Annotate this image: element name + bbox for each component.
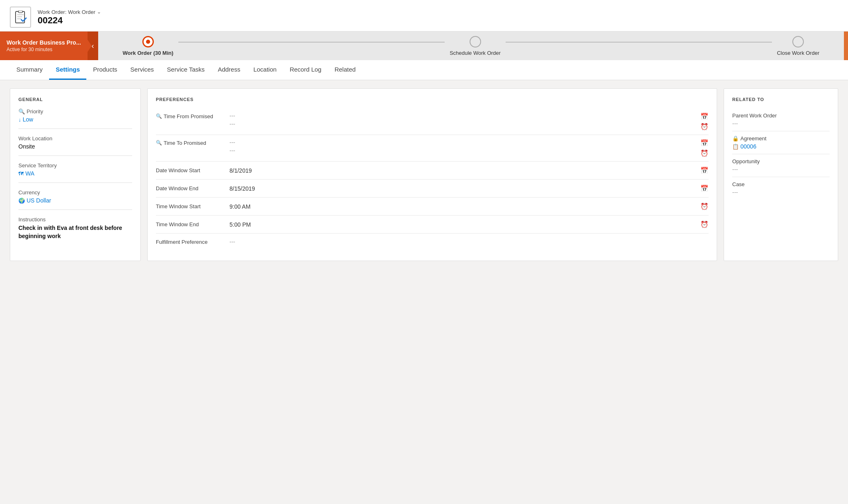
progress-steps-container: Work Order (30 Min) Schedule Work Order …: [98, 32, 844, 60]
search-icon-tfp: 🔍: [156, 113, 162, 119]
calendar-icon-dwe[interactable]: 📅: [700, 184, 709, 192]
priority-icon: 🔍: [18, 108, 25, 115]
map-icon: 🗺: [18, 171, 24, 177]
sort-down-icon: ↓: [18, 117, 21, 123]
date-window-end-row: Date Window End 8/15/2019 📅: [156, 180, 709, 198]
tab-settings[interactable]: Settings: [49, 60, 86, 80]
time-to-promised-date: ---: [229, 139, 697, 146]
priority-label: 🔍 Priority: [18, 108, 132, 115]
time-to-promised-row: 🔍 Time To Promised --- --- 📅 ⏰: [156, 135, 709, 162]
time-to-promised-time: ---: [229, 147, 697, 154]
date-window-end-value: 8/15/2019: [229, 185, 697, 192]
progress-bar: Work Order Business Pro... Active for 30…: [0, 32, 848, 60]
time-window-end-label: Time Window End: [156, 221, 229, 227]
currency-value[interactable]: 🌍 US Dollar: [18, 197, 132, 204]
calendar-icon-dws[interactable]: 📅: [700, 166, 709, 174]
agreement-field: 🔒 Agreement 📋 00006: [732, 131, 830, 154]
time-window-start-value: 9:00 AM: [229, 203, 697, 210]
svg-rect-1: [18, 11, 22, 13]
date-window-start-row: Date Window Start 8/1/2019 📅: [156, 162, 709, 180]
service-territory-value[interactable]: 🗺 WA: [18, 170, 132, 177]
progress-sidebar: Work Order Business Pro... Active for 30…: [0, 32, 88, 60]
preferences-panel: PREFERENCES 🔍 Time From Promised --- ---…: [147, 88, 717, 261]
date-window-end-label: Date Window End: [156, 185, 229, 191]
currency-icon: 🌍: [18, 198, 25, 204]
tab-address[interactable]: Address: [211, 60, 247, 80]
clock-icon-tfp[interactable]: ⏰: [700, 123, 709, 130]
tab-summary[interactable]: Summary: [10, 60, 49, 80]
progress-orange-bar: [844, 32, 848, 60]
time-from-promised-time: ---: [229, 121, 697, 127]
agreement-label: 🔒 Agreement: [732, 135, 830, 142]
progress-step-2[interactable]: Schedule Work Order: [450, 36, 501, 56]
calendar-icon-ttp[interactable]: 📅: [700, 139, 709, 147]
main-content: GENERAL 🔍 Priority ↓ Low Work Location O…: [0, 80, 848, 269]
opportunity-label: Opportunity: [732, 158, 830, 164]
opportunity-field: Opportunity ---: [732, 154, 830, 177]
priority-field: 🔍 Priority ↓ Low: [18, 108, 132, 129]
tab-products[interactable]: Products: [86, 60, 124, 80]
progress-sidebar-sub: Active for 30 minutes: [7, 47, 81, 52]
case-label: Case: [732, 181, 830, 187]
record-icon: [10, 7, 31, 28]
fulfillment-preference-row: Fulfillment Preference ---: [156, 234, 709, 250]
clock-icon-ttp[interactable]: ⏰: [700, 149, 709, 157]
time-window-start-row: Time Window Start 9:00 AM ⏰: [156, 198, 709, 216]
agreement-value[interactable]: 📋 00006: [732, 143, 830, 150]
currency-label: Currency: [18, 189, 132, 196]
nav-tabs: Summary Settings Products Services Servi…: [0, 60, 848, 80]
page-header: Work Order: Work Order ⌄ 00224: [0, 0, 848, 32]
time-window-end-row: Time Window End 5:00 PM ⏰: [156, 216, 709, 234]
progress-line-2: [506, 42, 772, 43]
service-territory-field: Service Territory 🗺 WA: [18, 162, 132, 183]
work-location-field: Work Location Onsite: [18, 135, 132, 156]
instructions-value: Check in with Eva at front desk before b…: [18, 224, 132, 240]
work-location-label: Work Location: [18, 135, 132, 142]
time-from-promised-values: --- ---: [229, 112, 697, 127]
progress-label-1: Work Order (30 Min): [123, 50, 173, 56]
tab-service-tasks[interactable]: Service Tasks: [160, 60, 211, 80]
tab-record-log[interactable]: Record Log: [283, 60, 328, 80]
document-icon: 📋: [732, 144, 739, 150]
time-to-promised-values: --- ---: [229, 139, 697, 154]
general-section-title: GENERAL: [18, 97, 132, 102]
parent-work-order-label: Parent Work Order: [732, 112, 830, 119]
time-from-promised-label: 🔍 Time From Promised: [156, 112, 229, 119]
breadcrumb: Work Order: Work Order ⌄: [38, 9, 101, 15]
progress-sidebar-chevron: [87, 38, 92, 53]
time-to-promised-icons: 📅 ⏰: [700, 139, 709, 157]
preferences-section-title: PREFERENCES: [156, 97, 709, 102]
date-window-start-label: Date Window Start: [156, 167, 229, 173]
tab-services[interactable]: Services: [124, 60, 161, 80]
progress-sidebar-title: Work Order Business Pro...: [7, 39, 81, 46]
priority-value[interactable]: ↓ Low: [18, 116, 132, 123]
tab-location[interactable]: Location: [247, 60, 283, 80]
progress-label-3: Close Work Order: [777, 50, 819, 56]
tab-related[interactable]: Related: [328, 60, 362, 80]
related-to-section-title: RELATED TO: [732, 97, 830, 102]
progress-step-3[interactable]: Close Work Order: [777, 36, 819, 56]
search-icon-ttp: 🔍: [156, 140, 162, 146]
chevron-down-icon[interactable]: ⌄: [97, 9, 101, 15]
clock-icon-tws[interactable]: ⏰: [700, 202, 709, 210]
opportunity-value: ---: [732, 166, 830, 173]
lock-icon: 🔒: [732, 135, 739, 142]
progress-step-1[interactable]: Work Order (30 Min): [123, 36, 173, 56]
progress-circle-3: [792, 36, 804, 47]
clock-icon-twe[interactable]: ⏰: [700, 220, 709, 228]
general-panel: GENERAL 🔍 Priority ↓ Low Work Location O…: [10, 88, 141, 261]
time-from-promised-icons: 📅 ⏰: [700, 112, 709, 130]
calendar-icon-tfp[interactable]: 📅: [700, 112, 709, 120]
progress-circle-2: [470, 36, 481, 47]
instructions-label: Instructions: [18, 216, 132, 223]
work-order-icon: [14, 11, 27, 24]
record-number: 00224: [38, 15, 101, 26]
related-to-panel: RELATED TO Parent Work Order --- 🔒 Agree…: [724, 88, 838, 261]
time-to-promised-label: 🔍 Time To Promised: [156, 139, 229, 146]
header-title-block: Work Order: Work Order ⌄ 00224: [38, 9, 101, 26]
case-value: ---: [732, 189, 830, 196]
time-window-end-value: 5:00 PM: [229, 221, 697, 228]
time-from-promised-date: ---: [229, 112, 697, 119]
parent-work-order-field: Parent Work Order ---: [732, 108, 830, 131]
case-field: Case ---: [732, 177, 830, 200]
